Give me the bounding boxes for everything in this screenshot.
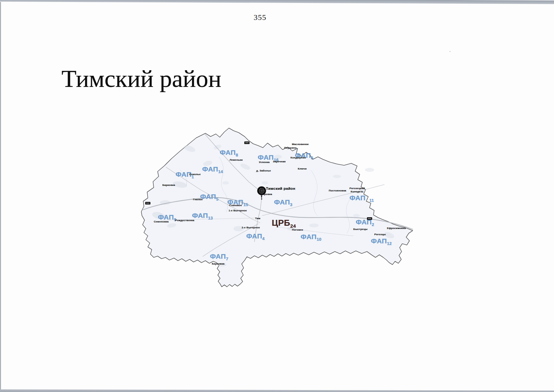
fap-label: ФАП7 [210,253,228,261]
page-title: Тимский район [61,65,221,93]
district-map: ФАП8ФАП16ФАП6ФАП14ФАП1ФАП5ФАП15ФАП3ФАП11… [141,118,419,291]
village-label: Масловинки [292,143,308,146]
village-label: Киреевка [212,262,225,265]
village-label: Кондырево [290,156,306,159]
village-label: Гнилое [193,198,203,201]
village-label: Погожее [292,228,303,231]
page-number: 355 [229,13,291,22]
village-label: Рогозецкий [349,187,365,190]
fap-label: ФАП3 [274,198,292,207]
pin-label: Тимский район [266,187,295,190]
fap-label: ФАП14 [202,165,223,174]
scan-edge-top [0,0,554,4]
map-label-layer: ФАП8ФАП16ФАП6ФАП14ФАП1ФАП5ФАП15ФАП3ФАП11… [141,118,419,291]
fap-label: ФАП5 [200,193,218,202]
village-label: Заречная [273,160,286,163]
fap-label: ФАП4 [246,232,265,241]
village-label: д. Забелье [256,169,271,172]
fap-label: ФАП8 [220,149,238,157]
village-label: Успенка [259,161,270,164]
fap-label: ФАП11 [350,194,374,203]
village-label: Колодезь [351,190,363,193]
village-label: Постояновка [329,189,346,192]
village-label: Леженьки [230,158,243,161]
village-label: Семеновка [154,220,168,223]
village-label: Кировка [261,193,272,196]
village-label: Соколье [189,173,200,176]
village-label: Становое [229,204,242,207]
village-label: Рогозцы [374,233,386,236]
village-label: Тим [255,217,260,220]
scan-artifact-dot [449,51,451,52]
crb-label: ЦРБ24 [272,218,296,229]
fap-label: ФАП13 [192,212,213,220]
village-label: 2-е Выгорное [242,226,260,229]
village-label: Барковка [163,184,175,187]
scan-edge-left [0,2,1,389]
scan-edge-bottom [0,389,554,392]
village-label: Рождественка [175,219,194,222]
village-label: Ключи [298,167,306,170]
village-label: Быстрецы [353,228,368,231]
village-label: 1-е Выгорное [229,209,247,212]
village-label: Першино [284,146,297,149]
fap-label: ФАП2 [356,218,374,227]
fap-label: ФАП12 [371,237,391,246]
scanned-page: { "page": { "number": "355", "title": "Т… [0,0,554,392]
fap-label: ФАП10 [301,233,321,242]
village-label: Ефросимовка [387,227,406,230]
